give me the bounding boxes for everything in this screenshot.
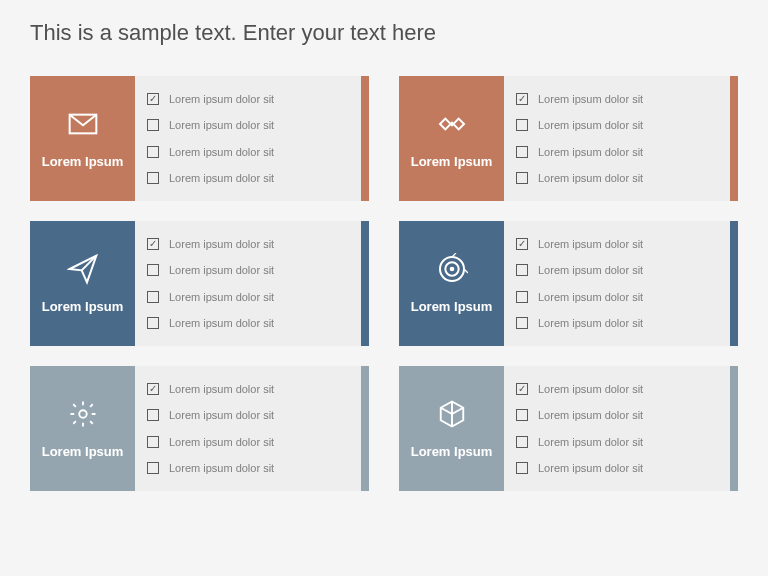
item-text: Lorem ipsum dolor sit: [538, 291, 643, 303]
card-accent: [730, 366, 738, 491]
card-label: Lorem Ipsum: [411, 154, 493, 171]
item-text: Lorem ipsum dolor sit: [169, 291, 274, 303]
checkbox-icon: [516, 291, 528, 303]
checkbox-icon: [516, 264, 528, 276]
checkbox-icon: [516, 172, 528, 184]
card-body: ✓Lorem ipsum dolor sit Lorem ipsum dolor…: [504, 366, 730, 491]
card-header: Lorem Ipsum: [30, 221, 135, 346]
checkbox-icon: [516, 317, 528, 329]
list-item: Lorem ipsum dolor sit: [147, 317, 349, 329]
checkbox-icon: ✓: [516, 383, 528, 395]
list-item: Lorem ipsum dolor sit: [516, 409, 718, 421]
card: Lorem Ipsum ✓Lorem ipsum dolor sit Lorem…: [399, 366, 738, 491]
card-header: Lorem Ipsum: [399, 221, 504, 346]
item-text: Lorem ipsum dolor sit: [538, 317, 643, 329]
list-item: Lorem ipsum dolor sit: [147, 146, 349, 158]
item-text: Lorem ipsum dolor sit: [538, 119, 643, 131]
list-item: Lorem ipsum dolor sit: [516, 119, 718, 131]
card-header: Lorem Ipsum: [399, 76, 504, 201]
card-grid: Lorem Ipsum ✓Lorem ipsum dolor sit Lorem…: [30, 76, 738, 491]
item-text: Lorem ipsum dolor sit: [538, 264, 643, 276]
list-item: Lorem ipsum dolor sit: [516, 264, 718, 276]
checkbox-icon: [516, 146, 528, 158]
card-body: ✓Lorem ipsum dolor sit Lorem ipsum dolor…: [504, 76, 730, 201]
card: Lorem Ipsum ✓Lorem ipsum dolor sit Lorem…: [399, 76, 738, 201]
card-label: Lorem Ipsum: [42, 444, 124, 461]
list-item: Lorem ipsum dolor sit: [147, 264, 349, 276]
item-text: Lorem ipsum dolor sit: [538, 146, 643, 158]
checkbox-icon: [147, 264, 159, 276]
list-item: Lorem ipsum dolor sit: [147, 172, 349, 184]
list-item: Lorem ipsum dolor sit: [516, 317, 718, 329]
checkbox-icon: [516, 119, 528, 131]
item-text: Lorem ipsum dolor sit: [538, 383, 643, 395]
svg-point-4: [79, 410, 87, 418]
envelope-icon: [65, 106, 101, 142]
card-header: Lorem Ipsum: [30, 366, 135, 491]
list-item: Lorem ipsum dolor sit: [147, 436, 349, 448]
card: Lorem Ipsum ✓Lorem ipsum dolor sit Lorem…: [30, 366, 369, 491]
card-body: ✓Lorem ipsum dolor sit Lorem ipsum dolor…: [135, 76, 361, 201]
checkbox-icon: [147, 317, 159, 329]
checkbox-icon: [147, 462, 159, 474]
card-accent: [730, 221, 738, 346]
card-label: Lorem Ipsum: [42, 299, 124, 316]
gear-icon: [65, 396, 101, 432]
checkbox-icon: [516, 436, 528, 448]
checkbox-icon: [147, 409, 159, 421]
item-text: Lorem ipsum dolor sit: [169, 383, 274, 395]
list-item: Lorem ipsum dolor sit: [516, 146, 718, 158]
item-text: Lorem ipsum dolor sit: [169, 172, 274, 184]
list-item: Lorem ipsum dolor sit: [147, 291, 349, 303]
item-text: Lorem ipsum dolor sit: [169, 146, 274, 158]
paper-plane-icon: [65, 251, 101, 287]
card-label: Lorem Ipsum: [42, 154, 124, 171]
checkbox-icon: [147, 146, 159, 158]
card-body: ✓Lorem ipsum dolor sit Lorem ipsum dolor…: [135, 221, 361, 346]
checkbox-icon: [516, 462, 528, 474]
card-body: ✓Lorem ipsum dolor sit Lorem ipsum dolor…: [504, 221, 730, 346]
item-text: Lorem ipsum dolor sit: [538, 93, 643, 105]
card: Lorem Ipsum ✓Lorem ipsum dolor sit Lorem…: [30, 76, 369, 201]
item-text: Lorem ipsum dolor sit: [169, 409, 274, 421]
item-text: Lorem ipsum dolor sit: [169, 317, 274, 329]
list-item: ✓Lorem ipsum dolor sit: [516, 383, 718, 395]
page-title: This is a sample text. Enter your text h…: [30, 20, 738, 46]
item-text: Lorem ipsum dolor sit: [538, 409, 643, 421]
card: Lorem Ipsum ✓Lorem ipsum dolor sit Lorem…: [399, 221, 738, 346]
item-text: Lorem ipsum dolor sit: [169, 119, 274, 131]
card-accent: [361, 221, 369, 346]
target-icon: [434, 251, 470, 287]
checkbox-icon: [147, 119, 159, 131]
item-text: Lorem ipsum dolor sit: [169, 436, 274, 448]
item-text: Lorem ipsum dolor sit: [538, 436, 643, 448]
item-text: Lorem ipsum dolor sit: [538, 172, 643, 184]
list-item: Lorem ipsum dolor sit: [147, 462, 349, 474]
cube-icon: [434, 396, 470, 432]
list-item: ✓Lorem ipsum dolor sit: [516, 93, 718, 105]
list-item: ✓Lorem ipsum dolor sit: [516, 238, 718, 250]
list-item: Lorem ipsum dolor sit: [516, 462, 718, 474]
checkbox-icon: ✓: [516, 93, 528, 105]
list-item: Lorem ipsum dolor sit: [147, 119, 349, 131]
checkbox-icon: [147, 291, 159, 303]
item-text: Lorem ipsum dolor sit: [169, 462, 274, 474]
checkbox-icon: [516, 409, 528, 421]
card-accent: [361, 76, 369, 201]
item-text: Lorem ipsum dolor sit: [169, 93, 274, 105]
card-header: Lorem Ipsum: [399, 366, 504, 491]
list-item: ✓Lorem ipsum dolor sit: [147, 383, 349, 395]
card: Lorem Ipsum ✓Lorem ipsum dolor sit Lorem…: [30, 221, 369, 346]
checkbox-icon: ✓: [147, 383, 159, 395]
handshake-icon: [434, 106, 470, 142]
card-body: ✓Lorem ipsum dolor sit Lorem ipsum dolor…: [135, 366, 361, 491]
list-item: ✓Lorem ipsum dolor sit: [147, 238, 349, 250]
item-text: Lorem ipsum dolor sit: [169, 238, 274, 250]
card-header: Lorem Ipsum: [30, 76, 135, 201]
card-label: Lorem Ipsum: [411, 299, 493, 316]
list-item: Lorem ipsum dolor sit: [516, 436, 718, 448]
checkbox-icon: ✓: [147, 93, 159, 105]
checkbox-icon: ✓: [516, 238, 528, 250]
card-label: Lorem Ipsum: [411, 444, 493, 461]
checkbox-icon: [147, 436, 159, 448]
